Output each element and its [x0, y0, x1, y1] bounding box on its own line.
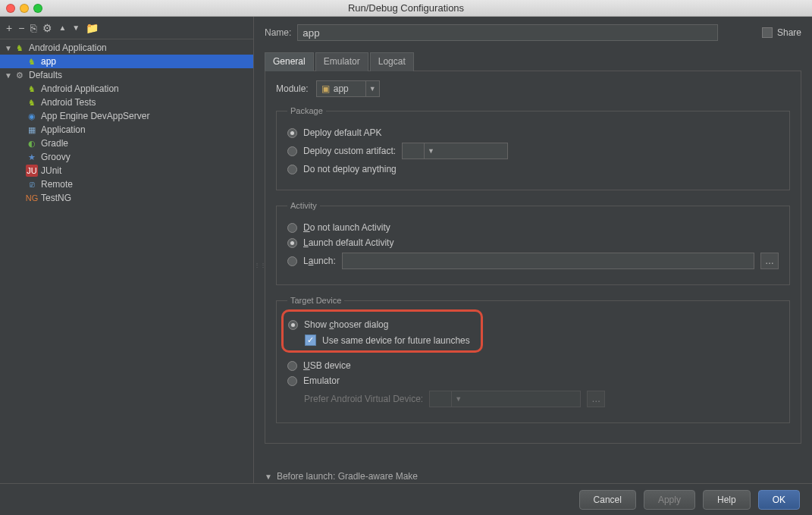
android-icon: ♞ [26, 83, 38, 95]
tree-item-default[interactable]: ♞Android Application [0, 82, 253, 96]
radio-label: Show chooser dialog [304, 319, 388, 330]
tab-emulator[interactable]: Emulator [315, 52, 368, 71]
radio-no-deploy[interactable] [287, 165, 297, 174]
tree-android-application[interactable]: ▼ ♞ Android Application [0, 41, 253, 55]
folder-icon[interactable]: 📁 [86, 22, 99, 34]
tree-label: Gradle [41, 138, 68, 149]
main-panel: Name: Share General Emulator Logcat Modu… [254, 17, 812, 483]
titlebar: Run/Debug Configurations [0, 0, 812, 17]
radio-label: Do not launch Activity [303, 222, 390, 233]
help-button[interactable]: Help [703, 490, 751, 510]
dialog-buttons: Cancel Apply Help OK [0, 483, 812, 515]
tree-label: Remote [41, 179, 73, 190]
chevron-down-icon[interactable]: ▼ [365, 81, 379, 96]
before-launch-section: ▼ Before launch: Gradle-aware Make ♞ Gra… [265, 471, 801, 483]
expand-arrow-icon[interactable]: ▼ [265, 473, 272, 481]
share-label: Share [777, 27, 801, 38]
module-value: app [334, 83, 349, 94]
avd-browse-button: … [587, 391, 605, 407]
move-up-icon[interactable]: ▲ [58, 24, 66, 32]
android-icon: ♞ [26, 96, 38, 108]
module-combo[interactable]: ▣app ▼ [316, 80, 380, 97]
tab-logcat[interactable]: Logcat [370, 52, 414, 71]
tree-item-default[interactable]: ⎚Remote [0, 177, 253, 191]
tree-item-default[interactable]: ♞Android Tests [0, 96, 253, 109]
sidebar-toolbar: + − ⎘ ⚙ ▲ ▼ 📁 [0, 21, 253, 39]
artifact-combo[interactable]: ▼ [402, 143, 508, 159]
close-window-icon[interactable] [6, 4, 15, 13]
tree-label: App Engine DevAppServer [41, 111, 149, 121]
remove-config-icon[interactable]: − [18, 22, 24, 34]
tree-label: JUnit [41, 165, 61, 176]
radio-label: Emulator [303, 375, 340, 386]
tree-label: Android Tests [41, 97, 96, 108]
apply-button[interactable]: Apply [644, 490, 695, 510]
before-launch-header[interactable]: ▼ Before launch: Gradle-aware Make [265, 471, 801, 482]
tree-item-default[interactable]: ◐Gradle [0, 137, 253, 150]
avd-combo: ▼ [429, 391, 581, 407]
folder-icon: ▣ [321, 83, 330, 94]
tree-item-default[interactable]: JUJUnit [0, 164, 253, 177]
android-icon: ♞ [14, 42, 26, 54]
module-label: Module: [276, 83, 309, 94]
radio-launch-specific[interactable] [287, 256, 297, 266]
radio-usb-device[interactable] [287, 361, 297, 371]
tree-label: Android Application [29, 42, 107, 53]
expand-arrow-icon[interactable]: ▼ [5, 71, 14, 80]
tab-body-general: Module: ▣app ▼ Package Deploy default AP… [265, 71, 801, 444]
minimize-window-icon[interactable] [20, 4, 29, 13]
add-config-icon[interactable]: + [6, 22, 12, 34]
share-checkbox[interactable] [762, 27, 773, 38]
ok-button[interactable]: OK [758, 490, 800, 510]
cancel-button[interactable]: Cancel [579, 490, 636, 510]
checkbox-label: Use same device for future launches [322, 335, 470, 346]
radio-label: Do not deploy anything [303, 164, 397, 174]
junit-icon: JU [26, 165, 38, 177]
tab-bar: General Emulator Logcat [265, 52, 801, 71]
use-same-device-checkbox[interactable]: ✓ [305, 334, 316, 346]
config-sidebar: + − ⎘ ⚙ ▲ ▼ 📁 ▼ ♞ Android Application ♞ … [0, 17, 254, 483]
tree-defaults[interactable]: ▼ ⚙ Defaults [0, 68, 253, 82]
tree-item-default[interactable]: ◉App Engine DevAppServer [0, 109, 253, 123]
tree-item-default[interactable]: ▦Application [0, 123, 253, 137]
copy-config-icon[interactable]: ⎘ [30, 22, 36, 34]
android-icon: ♞ [26, 55, 38, 68]
target-device-fieldset: Target Device Show chooser dialog ✓Use s… [276, 296, 790, 423]
gradle-icon: ◐ [26, 137, 38, 149]
testng-icon: NG [26, 192, 38, 204]
tree-item-default[interactable]: ★Groovy [0, 150, 253, 164]
browse-activity-button[interactable]: … [760, 253, 779, 269]
radio-launch-default[interactable] [287, 238, 297, 248]
activity-fieldset: Activity Do not launch Activity Launch d… [276, 201, 790, 285]
radio-label: Deploy custom artifact: [303, 146, 396, 156]
radio-emulator[interactable] [287, 376, 297, 386]
launch-activity-input[interactable] [342, 253, 754, 269]
radio-label: Launch default Activity [303, 237, 393, 248]
expand-arrow-icon[interactable]: ▼ [5, 44, 14, 52]
name-input[interactable] [297, 24, 718, 41]
zoom-window-icon[interactable] [33, 4, 42, 13]
radio-no-launch[interactable] [287, 223, 297, 233]
chevron-down-icon: ▼ [451, 391, 465, 407]
tree-item-default[interactable]: NGTestNG [0, 191, 253, 205]
window-title: Run/Debug Configurations [348, 2, 464, 14]
avd-label: Prefer Android Virtual Device: [304, 394, 423, 404]
package-legend: Package [287, 106, 326, 115]
radio-deploy-default[interactable] [287, 128, 297, 138]
chevron-down-icon[interactable]: ▼ [424, 143, 437, 159]
config-tree: ▼ ♞ Android Application ♞ app ▼ ⚙ Defaul… [0, 39, 253, 205]
splitter-handle[interactable]: ⋮⋮ [254, 262, 257, 268]
radio-show-chooser[interactable] [288, 320, 298, 330]
move-down-icon[interactable]: ▼ [72, 24, 80, 32]
tree-label: app [41, 56, 56, 67]
gear-icon: ⚙ [14, 69, 26, 81]
tree-item-app[interactable]: ♞ app [0, 55, 253, 68]
remote-icon: ⎚ [26, 178, 38, 190]
settings-icon[interactable]: ⚙ [42, 22, 52, 34]
radio-label: USB device [303, 360, 351, 371]
tab-general[interactable]: General [265, 52, 314, 71]
tree-label: Defaults [29, 70, 62, 80]
activity-legend: Activity [287, 201, 320, 210]
radio-deploy-custom[interactable] [287, 146, 297, 156]
appengine-icon: ◉ [26, 110, 38, 122]
